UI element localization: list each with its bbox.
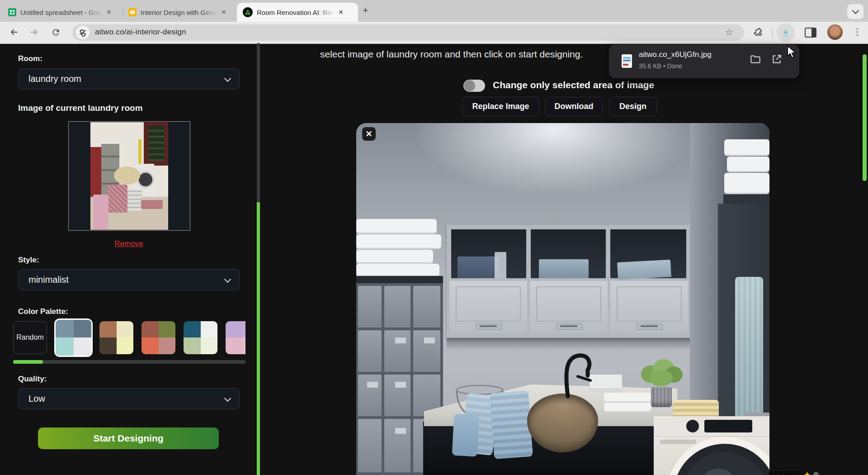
chevron-down-icon: [224, 276, 231, 283]
remove-image-link[interactable]: Remove: [68, 239, 189, 248]
tab-search-chevron-button[interactable]: [847, 4, 863, 19]
profile-avatar[interactable]: [827, 24, 843, 40]
page-scrollbar-thumb[interactable]: [863, 54, 867, 181]
refresh-button[interactable]: [50, 26, 61, 38]
tab-room-renovation-active[interactable]: Room Renovation AI: Renovat ✕: [237, 3, 358, 22]
tune-icon: [80, 30, 86, 31]
palette-scrollbar-thumb: [13, 360, 43, 364]
close-tab-icon[interactable]: ✕: [338, 9, 344, 16]
tab-title: Untitled spreadsheet - Googl: [20, 9, 103, 16]
back-arrow-icon: [9, 27, 19, 37]
chevron-down-icon: [852, 7, 859, 14]
white-crate: [127, 190, 142, 211]
style-select[interactable]: minimalist: [18, 269, 240, 290]
site-settings-button[interactable]: [76, 26, 90, 39]
style-label: Style:: [18, 256, 39, 265]
sidebar-scrollbar-thumb[interactable]: [257, 43, 260, 202]
download-icon: [781, 28, 791, 38]
wall-cabinets: [447, 225, 691, 338]
quality-value: Low: [28, 394, 45, 404]
extensions-button[interactable]: [752, 26, 764, 38]
instruction-text: select image of laundry room and then cl…: [320, 49, 583, 60]
room-label: Room:: [18, 54, 42, 63]
tab-title: Room Renovation AI: Renovat: [257, 9, 335, 16]
room-select[interactable]: laundry room: [18, 68, 240, 90]
side-panel-icon[interactable]: [805, 28, 816, 38]
tab-interior-design[interactable]: Interior Design with Generativ ✕: [127, 3, 234, 22]
shelf: [356, 276, 443, 283]
google-sheets-icon: [8, 8, 16, 16]
back-button[interactable]: [8, 26, 20, 38]
faucet: [551, 349, 609, 404]
download-meta: 35.6 KB • Done: [639, 62, 682, 70]
palette-swatch[interactable]: [99, 321, 133, 354]
palette-label: Color Palette:: [18, 307, 68, 316]
quality-select[interactable]: Low: [18, 388, 240, 409]
toolbar-divider: [772, 28, 773, 37]
start-designing-button[interactable]: Start Designing: [38, 428, 219, 449]
towel-stack: [356, 219, 437, 233]
refresh-icon: [51, 28, 61, 37]
toggle-knob: [464, 80, 475, 91]
tab-divider: [123, 6, 123, 15]
close-image-button[interactable]: ✕: [362, 127, 376, 141]
laundry-room-photo: [90, 122, 168, 230]
current-image-label: Image of current laundry room: [18, 103, 143, 113]
quality-label: Quality:: [18, 375, 47, 384]
downloads-button[interactable]: [777, 24, 795, 42]
round-table: [114, 166, 140, 185]
random-palette-button[interactable]: Random: [13, 321, 47, 354]
palette-swatch[interactable]: [184, 321, 217, 354]
toggle-label: Change only selected area of image: [493, 80, 654, 90]
jpg-file-icon: [622, 54, 632, 68]
towel-stack: [724, 139, 769, 155]
download-toast[interactable]: aitwo.co_x6UjGfn.jpg 35.6 KB • Done: [609, 44, 799, 78]
plant-pot: [651, 387, 672, 407]
open-in-new-icon[interactable]: [771, 53, 783, 65]
google-slides-icon: [128, 8, 137, 16]
tab-untitled-spreadsheet[interactable]: Untitled spreadsheet - Googl ✕: [4, 3, 120, 22]
tab-strip: Untitled spreadsheet - Googl ✕ Interior …: [0, 0, 868, 22]
browser-menu-icon[interactable]: ⋮: [853, 26, 862, 37]
shelf: [723, 195, 769, 204]
palette-swatch[interactable]: [226, 321, 245, 354]
pink-basket: [108, 185, 127, 213]
spark-icon: [804, 472, 810, 475]
forward-arrow-icon: [29, 27, 39, 37]
bookmark-star-icon[interactable]: ☆: [725, 27, 733, 38]
show-in-folder-icon[interactable]: [750, 53, 761, 65]
design-button[interactable]: Design: [609, 97, 657, 116]
url-text[interactable]: aitwo.co/ai-interior-design: [95, 28, 186, 37]
download-filename: aitwo.co_x6UjGfn.jpg: [639, 50, 712, 59]
new-tab-button[interactable]: +: [363, 5, 368, 16]
plant: [637, 357, 684, 390]
chevron-down-icon: [224, 75, 231, 82]
puzzle-icon: [753, 27, 763, 37]
mouse-cursor: [786, 45, 797, 59]
palette-swatch-selected[interactable]: [54, 318, 93, 357]
palette-row: Random: [13, 318, 245, 357]
tab-title: Interior Design with Generativ: [141, 9, 217, 16]
rug: [141, 200, 163, 209]
laundry-basket: [93, 195, 108, 230]
palette-scrollbar[interactable]: [13, 360, 245, 364]
aitwo-watermark: AITWO: [767, 469, 819, 475]
uploaded-room-thumbnail[interactable]: [68, 121, 190, 231]
style-value: minimalist: [28, 275, 69, 285]
download-button[interactable]: Download: [545, 97, 603, 116]
screen: Untitled spreadsheet - Googl ✕ Interior …: [0, 0, 868, 475]
generated-design-image: ✕: [356, 123, 769, 475]
aitwo-logo-icon: [243, 7, 253, 17]
selected-area-toggle[interactable]: [463, 80, 485, 92]
room-value: laundry room: [28, 74, 81, 84]
chevron-down-icon: [224, 394, 231, 402]
sidebar-divider-green[interactable]: [257, 202, 260, 475]
replace-image-button[interactable]: Replace Image: [462, 97, 539, 116]
forward-button[interactable]: [28, 26, 40, 38]
palette-swatch[interactable]: [142, 321, 175, 354]
folded-towels: [604, 393, 651, 413]
close-tab-icon[interactable]: ✕: [221, 9, 226, 16]
close-tab-icon[interactable]: ✕: [106, 9, 112, 16]
